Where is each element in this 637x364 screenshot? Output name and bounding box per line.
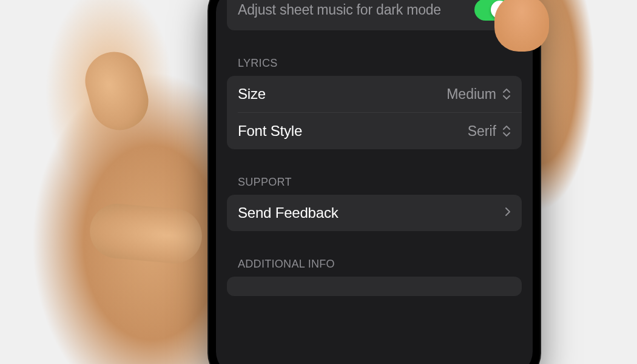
chevron-updown-icon (502, 88, 511, 100)
sheet-music-group: Adjust sheet music for dark mode (227, 0, 522, 30)
support-group: Send Feedback (227, 195, 522, 231)
send-feedback-row[interactable]: Send Feedback (227, 195, 522, 231)
lyrics-group: Size Medium Font Style Serif (227, 76, 522, 149)
chevron-right-icon (505, 207, 511, 219)
support-section-header: SUPPORT (216, 171, 533, 195)
settings-content: Adjust sheet music for dark mode LYRICS … (216, 0, 533, 296)
phone-screen: Adjust sheet music for dark mode LYRICS … (216, 0, 533, 364)
lyrics-section-header: LYRICS (216, 52, 533, 76)
additional-info-section-header: ADDITIONAL INFO (216, 253, 533, 277)
size-value: Medium (447, 86, 496, 103)
font-style-row[interactable]: Font Style Serif (227, 113, 522, 149)
dark-mode-row[interactable]: Adjust sheet music for dark mode (227, 0, 522, 30)
phone-frame: Adjust sheet music for dark mode LYRICS … (209, 0, 540, 364)
size-label: Size (238, 86, 266, 103)
font-style-value: Serif (468, 123, 496, 140)
additional-info-group (227, 277, 522, 296)
font-style-label: Font Style (238, 123, 302, 140)
font-style-value-wrap: Serif (468, 123, 511, 140)
size-row[interactable]: Size Medium (227, 76, 522, 112)
dark-mode-label: Adjust sheet music for dark mode (238, 2, 441, 18)
toggle-knob (491, 1, 509, 19)
additional-info-row[interactable] (227, 277, 522, 296)
chevron-updown-icon (502, 125, 511, 137)
dark-mode-toggle[interactable] (474, 0, 511, 21)
send-feedback-label: Send Feedback (238, 204, 339, 221)
size-value-wrap: Medium (447, 86, 511, 103)
